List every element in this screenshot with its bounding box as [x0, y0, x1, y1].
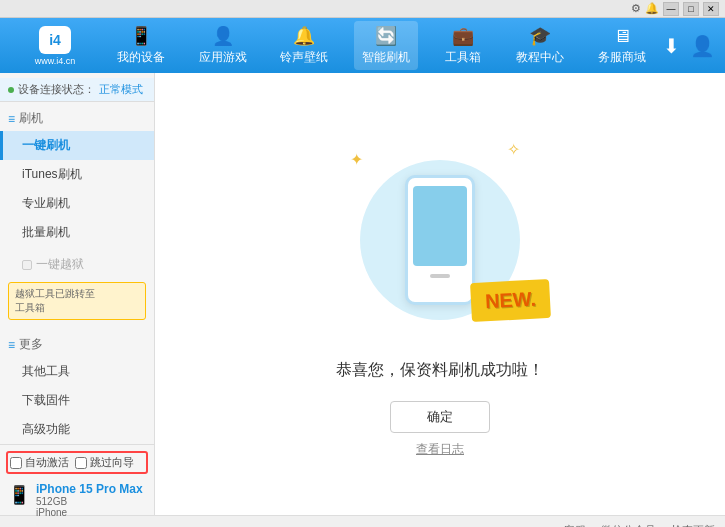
device-details: iPhone 15 Pro Max 512GB iPhone — [36, 482, 143, 518]
footer-wechat[interactable]: 微信公众号 — [601, 523, 656, 527]
auto-guide-checkbox[interactable] — [75, 457, 87, 469]
sparkle-icon-tr: ✧ — [507, 140, 520, 159]
disabled-label: 一键越狱 — [36, 256, 84, 273]
more-section-header: ≡ 更多 — [0, 332, 154, 357]
ringtone-icon: 🔔 — [293, 25, 315, 47]
nav-my-device[interactable]: 📱 我的设备 — [109, 21, 173, 70]
new-badge-text: NEW. — [484, 288, 536, 313]
device-storage: 512GB — [36, 496, 143, 507]
sidebar-bottom: 自动激活 跳过向导 📱 iPhone 15 Pro Max 512GB iPho… — [0, 444, 154, 527]
status-mode: 正常模式 — [99, 82, 143, 97]
sidebar-status: 设备连接状态： 正常模式 — [0, 78, 154, 102]
sidebar-download-firmware[interactable]: 下载固件 — [0, 386, 154, 415]
batch-flash-label: 批量刷机 — [22, 225, 70, 239]
more-section-icon: ≡ — [8, 338, 15, 352]
phone-illustration: NEW. ✦ ✧ — [340, 130, 540, 350]
top-bar: ⚙ 🔔 — □ ✕ — [0, 0, 725, 18]
status-label: 设备连接状态： — [18, 82, 95, 97]
disabled-checkbox — [22, 260, 32, 270]
device-icon: 📱 — [130, 25, 152, 47]
user-btn[interactable]: 👤 — [690, 34, 715, 58]
logo-text: i4 — [49, 32, 61, 48]
nav: 📱 我的设备 👤 应用游戏 🔔 铃声壁纸 🔄 智能刷机 💼 工具箱 🎓 教程中心… — [100, 21, 663, 70]
sidebar-other-tools[interactable]: 其他工具 — [0, 357, 154, 386]
device-info: 📱 iPhone 15 Pro Max 512GB iPhone — [6, 478, 148, 522]
nav-smart-flash[interactable]: 🔄 智能刷机 — [354, 21, 418, 70]
other-tools-label: 其他工具 — [22, 364, 70, 378]
one-key-flash-label: 一键刷机 — [22, 138, 70, 152]
download-firmware-label: 下载固件 — [22, 393, 70, 407]
flash-icon: 🔄 — [375, 25, 397, 47]
footer-customer-service[interactable]: 客服 — [564, 523, 586, 527]
sidebar: 设备连接状态： 正常模式 ≡ 刷机 一键刷机 iTunes刷机 专业刷机 批量刷… — [0, 73, 155, 515]
advanced-label: 高级功能 — [22, 422, 70, 436]
footer-check-update[interactable]: 检查更新 — [671, 523, 715, 527]
settings-icon[interactable]: ⚙ — [631, 2, 641, 15]
nav-toolbox[interactable]: 💼 工具箱 — [436, 21, 491, 70]
jailbreak-notice: 越狱工具已跳转至 工具箱 — [8, 282, 146, 320]
auto-activate-item: 自动激活 — [10, 455, 69, 470]
nav-ringtones[interactable]: 🔔 铃声壁纸 — [272, 21, 336, 70]
main: 设备连接状态： 正常模式 ≡ 刷机 一键刷机 iTunes刷机 专业刷机 批量刷… — [0, 73, 725, 515]
sparkle-icon-tl: ✦ — [350, 150, 363, 169]
more-section: ≡ 更多 其他工具 下载固件 高级功能 — [0, 328, 154, 444]
phone-screen — [413, 186, 467, 266]
nav-apps-games[interactable]: 👤 应用游戏 — [191, 21, 255, 70]
nav-service[interactable]: 🖥 务服商域 — [590, 22, 654, 70]
logo: i4 www.i4.cn — [10, 26, 100, 66]
one-key-jailbreak-disabled: 一键越狱 — [0, 251, 154, 278]
nav-toolbox-label: 工具箱 — [445, 49, 481, 66]
more-section-label: 更多 — [19, 336, 43, 353]
sidebar-batch-flash[interactable]: 批量刷机 — [0, 218, 154, 247]
disabled-section: 一键越狱 越狱工具已跳转至 工具箱 — [0, 251, 154, 324]
win-close[interactable]: ✕ — [703, 2, 719, 16]
itunes-flash-label: iTunes刷机 — [22, 167, 82, 181]
log-link[interactable]: 查看日志 — [416, 441, 464, 458]
new-badge: NEW. — [470, 279, 551, 322]
pro-flash-label: 专业刷机 — [22, 196, 70, 210]
checkbox-row: 自动激活 跳过向导 — [6, 451, 148, 474]
header-right: ⬇ 👤 — [663, 34, 715, 58]
itunes-row: 阻止iTunes运行 — [6, 522, 148, 527]
auto-activate-checkbox[interactable] — [10, 457, 22, 469]
phone-icon: 📱 — [8, 484, 30, 506]
apps-icon: 👤 — [212, 25, 234, 47]
status-dot — [8, 87, 14, 93]
phone-body — [405, 175, 475, 305]
nav-ringtones-label: 铃声壁纸 — [280, 49, 328, 66]
nav-apps-label: 应用游戏 — [199, 49, 247, 66]
logo-icon: i4 — [39, 26, 71, 54]
nav-tutorials-label: 教程中心 — [516, 49, 564, 66]
sidebar-itunes-flash[interactable]: iTunes刷机 — [0, 160, 154, 189]
minimize-icon[interactable]: 🔔 — [645, 2, 659, 15]
auto-activate-label[interactable]: 自动激活 — [25, 455, 69, 470]
nav-tutorials[interactable]: 🎓 教程中心 — [508, 21, 572, 70]
nav-smart-flash-label: 智能刷机 — [362, 49, 410, 66]
tutorial-icon: 🎓 — [529, 25, 551, 47]
auto-guide-label[interactable]: 跳过向导 — [90, 455, 134, 470]
service-icon: 🖥 — [613, 26, 631, 47]
win-min[interactable]: — — [663, 2, 679, 16]
flash-section-label: 刷机 — [19, 110, 43, 127]
nav-my-device-label: 我的设备 — [117, 49, 165, 66]
header: i4 www.i4.cn 📱 我的设备 👤 应用游戏 🔔 铃声壁纸 🔄 智能刷机… — [0, 18, 725, 73]
download-btn[interactable]: ⬇ — [663, 34, 680, 58]
content-area: NEW. ✦ ✧ 恭喜您，保资料刷机成功啦！ 确定 查看日志 — [155, 73, 725, 515]
phone-btn — [430, 274, 450, 278]
flash-section-header: ≡ 刷机 — [0, 106, 154, 131]
sidebar-pro-flash[interactable]: 专业刷机 — [0, 189, 154, 218]
nav-service-label: 务服商域 — [598, 49, 646, 66]
win-max[interactable]: □ — [683, 2, 699, 16]
sidebar-advanced[interactable]: 高级功能 — [0, 415, 154, 444]
confirm-button[interactable]: 确定 — [390, 401, 490, 433]
device-name: iPhone 15 Pro Max — [36, 482, 143, 496]
sidebar-one-key-flash[interactable]: 一键刷机 — [0, 131, 154, 160]
logo-subtitle: www.i4.cn — [35, 56, 76, 66]
toolbox-icon: 💼 — [452, 25, 474, 47]
auto-guide-item: 跳过向导 — [75, 455, 134, 470]
success-message: 恭喜您，保资料刷机成功啦！ — [336, 360, 544, 381]
flash-section: ≡ 刷机 一键刷机 iTunes刷机 专业刷机 批量刷机 — [0, 106, 154, 247]
device-type: iPhone — [36, 507, 143, 518]
flash-section-icon: ≡ — [8, 112, 15, 126]
